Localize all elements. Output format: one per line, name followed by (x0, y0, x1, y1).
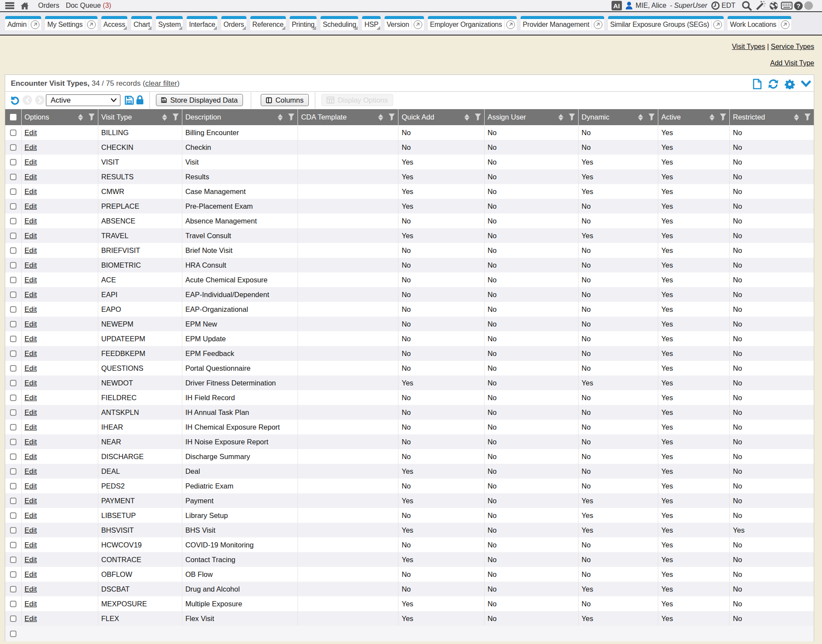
svg-text:?: ? (796, 2, 800, 9)
